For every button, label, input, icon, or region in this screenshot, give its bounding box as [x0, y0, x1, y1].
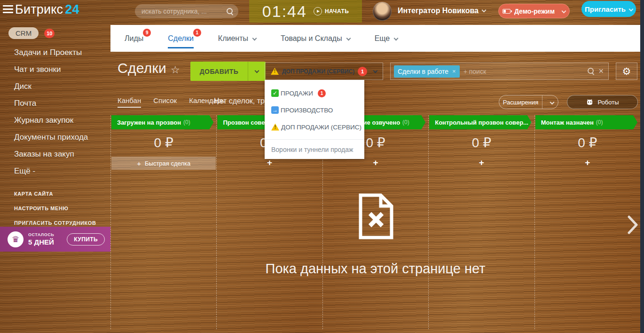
timer-start-button[interactable]: НАЧАТЬ — [314, 7, 349, 16]
funnel-selector-button[interactable]: ДОП ПРОДАЖИ (СЕРВИС) 1 — [265, 63, 383, 80]
employee-search — [135, 4, 238, 18]
quick-deal-button[interactable]: + Быстрая сделка — [111, 157, 216, 170]
add-deal-button[interactable]: ДОБАВИТЬ — [190, 62, 266, 81]
buy-button[interactable]: КУПИТЬ — [67, 233, 105, 246]
add-deal-plus-button[interactable]: + — [323, 158, 428, 168]
filter-search-input[interactable] — [463, 68, 584, 75]
play-icon — [314, 7, 322, 16]
funnel-menu-item[interactable]: ПРОИЗВОДСТВО — [265, 102, 364, 119]
search-icon[interactable] — [588, 68, 595, 75]
kanban-stage-header[interactable]: Загружен на прозвон (0) — [111, 115, 213, 129]
bitrix24-app: Битрикс24 01:44 НАЧАТЬ Интегратор Новико… — [0, 0, 644, 333]
stage-count: (0) — [596, 119, 603, 126]
extensions-label: Расширения — [499, 99, 542, 106]
chevron-down-icon — [252, 36, 257, 41]
sidebar-footer-link[interactable]: НАСТРОИТЬ МЕНЮ — [14, 201, 96, 215]
stage-amount: 0 ₽ — [535, 135, 640, 151]
sidebar-item[interactable]: Документы прихода — [14, 129, 88, 146]
crm-nav-tab[interactable]: Еще — [375, 25, 398, 52]
view-tab[interactable]: Канбан — [118, 96, 141, 108]
kanban-stage-header[interactable]: Контрольный прозвон совер... (0) — [429, 115, 531, 129]
license-remaining-value: 5 ДНЕЙ — [28, 238, 62, 246]
sidebar-item[interactable]: Почта — [14, 95, 88, 112]
extensions-button[interactable]: Расширения — [499, 95, 558, 109]
employee-search-input[interactable] — [141, 8, 227, 15]
kanban-column: Монтаж назначен (0) 0 ₽ + — [534, 115, 640, 329]
crown-icon: ♛ — [8, 231, 24, 247]
clear-filter-icon[interactable]: × — [598, 66, 604, 76]
user-avatar[interactable] — [373, 2, 392, 21]
chevron-down-icon — [394, 36, 399, 41]
crm-pill[interactable]: CRM — [8, 27, 39, 39]
stage-count: (0) — [183, 119, 190, 126]
star-icon[interactable]: ☆ — [171, 64, 180, 76]
funnels-settings-item[interactable]: Воронки и туннели продаж — [265, 139, 364, 159]
filter-chip-label: Сделки в работе — [398, 68, 448, 75]
extensions-dropdown[interactable] — [542, 95, 558, 109]
warning-icon — [271, 124, 279, 131]
sidebar-item[interactable]: Журнал закупок — [14, 112, 88, 129]
filter-chip[interactable]: Сделки в работе × — [394, 65, 460, 78]
filter-search-bar: Сделки в работе × × — [390, 63, 609, 80]
sidebar-item[interactable]: Чат и звонки — [14, 61, 88, 78]
demo-mode-label: Демо-режим — [514, 8, 555, 15]
crm-nav-tab[interactable]: Товары и Склады — [281, 25, 350, 52]
battery-icon — [503, 9, 510, 14]
add-deal-label: ДОБАВИТЬ — [190, 62, 248, 81]
no-data-icon — [357, 192, 395, 241]
add-deal-dropdown[interactable] — [248, 62, 266, 81]
chevron-down-icon — [373, 68, 378, 73]
search-icon[interactable] — [227, 8, 234, 15]
funnel-counter-badge: 1 — [358, 67, 367, 76]
top-bar: Битрикс24 01:44 НАЧАТЬ Интегратор Новико… — [0, 0, 644, 23]
invite-button[interactable]: Пригласить — [581, 1, 636, 17]
demo-mode-button[interactable]: Демо-режим — [498, 4, 570, 18]
app-logo[interactable]: Битрикс24 — [15, 2, 79, 17]
funnel-menu-item[interactable]: ПРОДАЖИ 1 — [265, 85, 364, 102]
chevron-right-icon[interactable] — [628, 215, 638, 234]
plus-icon: + — [137, 159, 141, 167]
timer-block: 01:44 НАЧАТЬ — [249, 0, 362, 23]
funnel-item-badge: 1 — [318, 89, 326, 97]
robots-button[interactable]: Роботы — [567, 95, 638, 109]
menu-icon[interactable] — [3, 5, 13, 14]
filter-settings-button[interactable]: ⚙ — [616, 63, 637, 80]
add-deal-plus-button[interactable]: + — [535, 158, 640, 168]
kanban-column: Контрольный прозвон совер... (0) 0 ₽ + — [428, 115, 534, 329]
chevron-down-icon — [562, 9, 566, 14]
logo-brand: Битрикс — [15, 2, 63, 16]
user-menu[interactable]: Интегратор Новикова — [398, 7, 486, 15]
sidebar-item[interactable]: Диск — [14, 78, 88, 95]
sidebar-item[interactable]: Заказы на закуп — [14, 146, 88, 163]
license-remaining: ОСТАЛОСЬ 5 ДНЕЙ — [28, 232, 62, 246]
add-deal-plus-button[interactable]: + — [217, 158, 322, 168]
kanban-stage-header[interactable]: Монтаж назначен (0) — [535, 115, 637, 129]
right-edge-strip — [640, 0, 644, 333]
sidebar-item-crm[interactable]: CRM 10 — [8, 27, 55, 39]
chip-remove-icon[interactable]: × — [452, 68, 456, 75]
user-name: Интегратор Новикова — [398, 7, 479, 15]
crm-nav-tab[interactable]: Сделки 1 — [168, 25, 194, 52]
funnel-dropdown-menu: ПРОДАЖИ 1 ПРОИЗВОДСТВО ДОП ПРОДАЖИ (СЕРВ… — [265, 80, 364, 159]
sidebar-item[interactable]: Задачи и Проекты — [14, 44, 88, 61]
timer-value: 01:44 — [262, 2, 307, 21]
crm-nav-tab[interactable]: Клиенты — [218, 25, 256, 52]
crm-nav-tab[interactable]: Лиды 9 — [125, 25, 143, 52]
funnel-menu-item[interactable]: ДОП ПРОДАЖИ (СЕРВИС) — [265, 119, 364, 135]
kanban-column: Загружен на прозвон (0) 0 ₽ + Быстрая сд… — [110, 115, 216, 329]
chevron-down-icon — [629, 7, 634, 11]
check-icon — [271, 89, 279, 97]
view-tab[interactable]: Список — [153, 96, 177, 108]
page-title: Сделки — [118, 60, 166, 76]
chevron-down-icon — [346, 36, 351, 41]
main-content: Сделки ☆ ДОБАВИТЬ ДОП ПРОДАЖИ (СЕРВИС) 1… — [110, 52, 640, 333]
stage-count: (0) — [531, 119, 532, 126]
robots-label: Роботы — [597, 99, 619, 106]
sidebar-footer-link[interactable]: КАРТА САЙТА — [14, 186, 96, 201]
invite-label: Пригласить — [585, 5, 626, 13]
warning-icon — [271, 68, 279, 75]
view-switcher: Канбан Список Календарь — [118, 96, 225, 108]
sidebar: CRM 10 Задачи и Проекты Чат и звонки Дис… — [0, 23, 110, 333]
sidebar-item[interactable]: Ещё - — [14, 163, 88, 180]
add-deal-plus-button[interactable]: + — [429, 158, 534, 168]
